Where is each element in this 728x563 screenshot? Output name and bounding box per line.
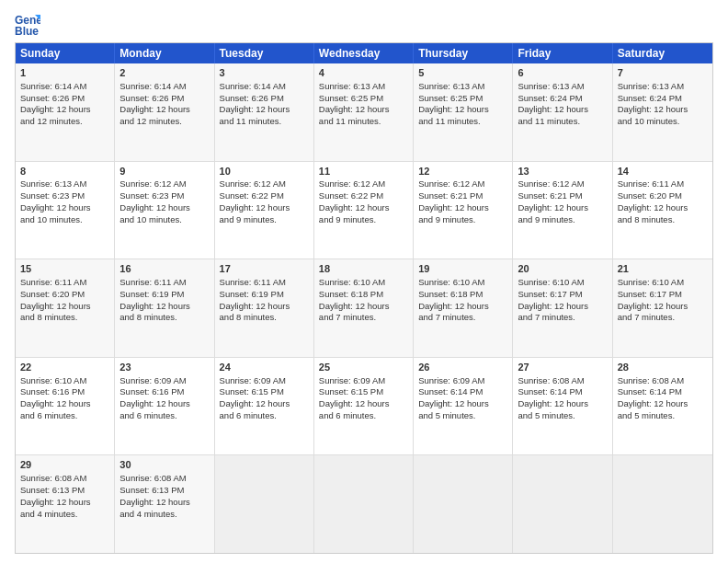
day-info: Sunset: 6:19 PM [119,289,184,299]
calendar-cell: 8Sunrise: 6:13 AMSunset: 6:23 PMDaylight… [16,162,115,259]
day-info: Sunset: 6:23 PM [119,190,184,201]
header-day-wednesday: Wednesday [314,43,414,63]
day-info: Sunset: 6:20 PM [618,190,682,201]
calendar-cell [613,455,712,553]
day-info: and 9 minutes. [418,214,475,224]
day-info: Sunset: 6:24 PM [618,93,682,103]
day-info: Sunset: 6:26 PM [20,93,85,103]
day-info: Sunrise: 6:13 AM [418,81,484,91]
day-number: 16 [119,262,209,276]
day-info: and 6 minutes. [119,410,176,420]
day-info: and 12 minutes. [20,116,83,126]
day-info: and 11 minutes. [319,116,381,126]
day-info: Sunrise: 6:13 AM [319,81,385,91]
calendar-cell: 23Sunrise: 6:09 AMSunset: 6:16 PMDayligh… [115,358,214,455]
day-info: and 5 minutes. [518,410,574,420]
day-info: Sunrise: 6:08 AM [119,473,186,483]
day-info: Sunrise: 6:13 AM [20,178,86,189]
day-info: and 10 minutes. [20,214,83,224]
day-info: and 9 minutes. [518,214,574,224]
day-number: 2 [119,66,209,80]
day-info: Sunrise: 6:13 AM [618,81,684,91]
calendar-cell: 30Sunrise: 6:08 AMSunset: 6:13 PMDayligh… [115,455,214,553]
calendar-cell: 10Sunrise: 6:12 AMSunset: 6:22 PMDayligh… [215,162,314,259]
day-info: and 5 minutes. [618,410,675,420]
day-info: Sunset: 6:25 PM [319,93,383,103]
calendar-cell: 4Sunrise: 6:13 AMSunset: 6:25 PMDaylight… [314,63,414,161]
day-info: and 4 minutes. [119,509,176,519]
day-info: Daylight: 12 hours [618,301,688,311]
day-info: Daylight: 12 hours [518,398,588,408]
day-number: 17 [220,262,309,276]
day-number: 4 [319,66,408,80]
day-number: 11 [319,165,408,178]
day-info: Sunset: 6:23 PM [20,190,85,201]
calendar-cell: 12Sunrise: 6:12 AMSunset: 6:21 PMDayligh… [414,162,513,259]
day-info: Daylight: 12 hours [220,398,290,408]
day-number: 27 [518,361,607,374]
calendar-cell: 16Sunrise: 6:11 AMSunset: 6:19 PMDayligh… [115,259,214,357]
day-info: Sunset: 6:18 PM [418,289,483,299]
day-number: 20 [518,262,607,276]
day-info: Sunrise: 6:08 AM [518,375,584,385]
day-info: Sunrise: 6:11 AM [618,178,684,189]
day-info: Daylight: 12 hours [119,301,190,311]
day-number: 10 [220,165,309,178]
calendar-cell [215,455,314,553]
day-info: Sunrise: 6:09 AM [119,375,186,385]
day-number: 3 [220,66,309,80]
day-info: and 11 minutes. [418,116,481,126]
day-info: Sunrise: 6:10 AM [418,277,484,287]
calendar-cell: 17Sunrise: 6:11 AMSunset: 6:19 PMDayligh… [215,259,314,357]
day-info: Daylight: 12 hours [518,301,588,311]
day-info: Daylight: 12 hours [319,104,390,114]
calendar-cell: 19Sunrise: 6:10 AMSunset: 6:18 PMDayligh… [414,259,513,357]
day-info: and 9 minutes. [319,214,376,224]
day-number: 28 [618,361,708,374]
calendar-row-0: 1Sunrise: 6:14 AMSunset: 6:26 PMDaylight… [16,63,712,162]
day-number: 23 [119,361,209,374]
day-info: Sunrise: 6:13 AM [518,81,584,91]
calendar-cell: 29Sunrise: 6:08 AMSunset: 6:13 PMDayligh… [16,455,115,553]
day-info: and 11 minutes. [518,116,580,126]
day-info: Sunrise: 6:11 AM [220,277,286,287]
day-number: 15 [20,262,109,276]
calendar-row-4: 29Sunrise: 6:08 AMSunset: 6:13 PMDayligh… [16,455,712,553]
day-info: Sunrise: 6:10 AM [618,277,684,287]
day-info: Sunset: 6:24 PM [518,93,582,103]
calendar-body: 1Sunrise: 6:14 AMSunset: 6:26 PMDaylight… [16,63,712,553]
day-info: Sunset: 6:20 PM [20,289,85,299]
day-info: Sunrise: 6:14 AM [220,81,286,91]
calendar-cell: 18Sunrise: 6:10 AMSunset: 6:18 PMDayligh… [314,259,414,357]
svg-text:Blue: Blue [15,25,39,37]
logo: General Blue [15,11,44,37]
day-info: Daylight: 12 hours [319,301,390,311]
day-info: and 7 minutes. [518,312,574,322]
calendar-row-1: 8Sunrise: 6:13 AMSunset: 6:23 PMDaylight… [16,162,712,260]
calendar-cell: 11Sunrise: 6:12 AMSunset: 6:22 PMDayligh… [314,162,414,259]
day-info: and 10 minutes. [618,116,680,126]
day-info: Sunrise: 6:08 AM [618,375,684,385]
day-number: 21 [618,262,708,276]
day-info: Daylight: 12 hours [20,301,91,311]
day-info: Sunrise: 6:10 AM [518,277,584,287]
day-info: Daylight: 12 hours [119,497,190,507]
day-info: Daylight: 12 hours [20,398,91,408]
calendar-cell: 25Sunrise: 6:09 AMSunset: 6:15 PMDayligh… [314,358,414,455]
calendar-row-3: 22Sunrise: 6:10 AMSunset: 6:16 PMDayligh… [16,358,712,456]
day-info: and 5 minutes. [418,410,475,420]
day-number: 8 [20,165,109,178]
day-info: Sunset: 6:22 PM [220,190,284,201]
calendar-cell: 26Sunrise: 6:09 AMSunset: 6:14 PMDayligh… [414,358,513,455]
day-info: Sunrise: 6:12 AM [319,178,385,189]
day-info: Sunset: 6:26 PM [119,93,184,103]
day-info: Sunrise: 6:09 AM [319,375,385,385]
day-info: Sunrise: 6:12 AM [119,178,186,189]
day-info: Daylight: 12 hours [418,202,489,213]
calendar-header: SundayMondayTuesdayWednesdayThursdayFrid… [16,43,712,63]
calendar-cell: 7Sunrise: 6:13 AMSunset: 6:24 PMDaylight… [613,63,712,161]
day-info: Sunset: 6:13 PM [119,485,184,495]
day-info: Daylight: 12 hours [20,202,91,213]
day-number: 30 [119,458,209,472]
day-info: Sunset: 6:14 PM [618,386,682,396]
